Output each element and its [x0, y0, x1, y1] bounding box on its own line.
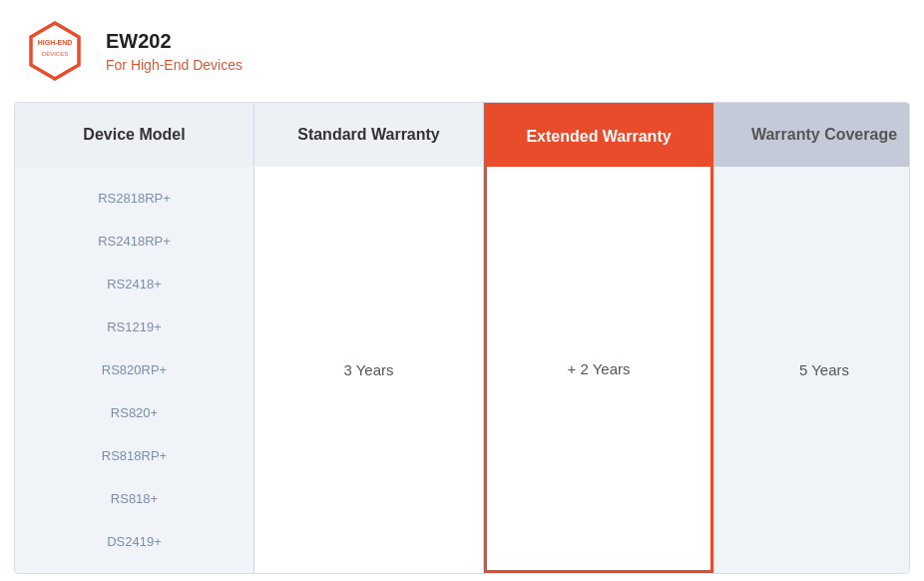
header-text-block: EW202 For High-End Devices [106, 30, 242, 73]
column-header-standard: Standard Warranty [254, 103, 484, 167]
list-item: RS2418RP+ [98, 234, 171, 249]
list-item: RS1219+ [107, 319, 162, 334]
column-header-coverage: Warranty Coverage [713, 103, 910, 167]
warranty-table: Device Model Standard Warranty Extended … [14, 102, 910, 574]
list-item: DS2419+ [107, 534, 162, 549]
list-item: RS2818RP+ [98, 191, 171, 206]
device-list: RS2818RP+RS2418RP+RS2418+RS1219+RS820RP+… [27, 191, 241, 549]
svg-text:DEVICES: DEVICES [42, 51, 68, 57]
product-code: EW202 [106, 30, 242, 53]
list-item: RS820+ [111, 405, 158, 420]
svg-text:HIGH-END: HIGH-END [38, 39, 73, 46]
standard-warranty-column-body: 3 Years [254, 167, 484, 573]
device-model-column-body: RS2818RP+RS2418RP+RS2418+RS1219+RS820RP+… [15, 167, 254, 573]
list-item: RS818RP+ [102, 448, 167, 463]
extended-warranty-column-body: + 2 Years [484, 167, 713, 573]
column-header-device: Device Model [15, 103, 254, 167]
logo: HIGH-END DEVICES [20, 16, 90, 86]
product-subtitle: For High-End Devices [106, 57, 242, 73]
table-grid: Device Model Standard Warranty Extended … [15, 103, 909, 573]
extended-warranty-value: + 2 Years [568, 360, 631, 377]
list-item: RS2418+ [107, 277, 162, 291]
standard-warranty-value: 3 Years [343, 361, 393, 378]
coverage-value: 5 Years [799, 361, 849, 378]
column-header-extended: Extended Warranty [484, 103, 713, 167]
warranty-coverage-column-body: 5 Years [713, 167, 910, 573]
page-header: HIGH-END DEVICES EW202 For High-End Devi… [0, 0, 924, 102]
list-item: RS820RP+ [102, 362, 167, 377]
list-item: RS818+ [111, 491, 158, 506]
